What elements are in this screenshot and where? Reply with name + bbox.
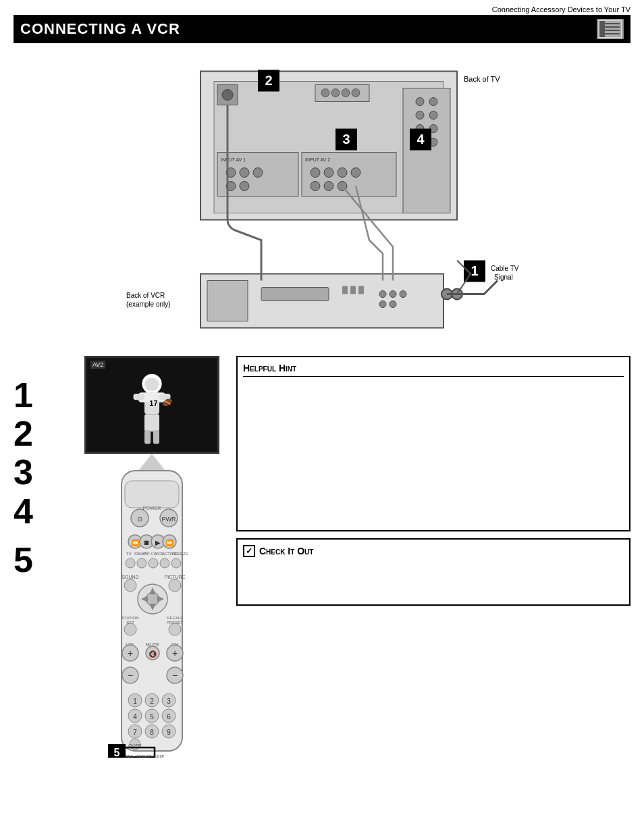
svg-rect-53 [358, 286, 364, 294]
svg-text:PWR: PWR [162, 516, 176, 523]
svg-text:6: 6 [167, 713, 171, 721]
svg-text:⏪: ⏪ [131, 538, 140, 547]
main-content: INPUT AV 1 INPUT AV 2 [0, 43, 644, 760]
right-column: Helpful Hint ✓ Check It Out [236, 356, 630, 760]
svg-text:SLEEP: SLEEP [153, 754, 165, 758]
svg-text:17: 17 [149, 399, 157, 407]
svg-text:4: 4 [417, 132, 425, 147]
svg-text:−: − [128, 670, 133, 681]
svg-text:3: 3 [167, 698, 171, 705]
svg-text:5: 5 [114, 747, 120, 758]
svg-point-102 [149, 558, 158, 568]
svg-point-32 [311, 168, 320, 178]
svg-text:RECALL: RECALL [167, 616, 183, 620]
player-silhouette: 17 [125, 371, 179, 446]
svg-rect-72 [134, 394, 145, 400]
svg-point-104 [171, 558, 181, 568]
title-icon [597, 19, 624, 39]
svg-point-29 [240, 182, 249, 191]
svg-text:INPUT AV 2: INPUT AV 2 [305, 157, 330, 162]
page-subtitle: Connecting Accessory Devices to Your TV [0, 0, 644, 15]
step-4: 4 [14, 492, 68, 531]
svg-rect-51 [342, 286, 348, 294]
svg-rect-52 [350, 286, 356, 294]
svg-text:Back of VCR: Back of VCR [126, 292, 165, 299]
svg-text:Back of TV: Back of TV [464, 75, 500, 83]
remote-control: ⊙ PWR POWER ⏪ ⏹ ▶ [105, 467, 199, 760]
svg-text:9: 9 [167, 729, 171, 736]
svg-point-15 [416, 98, 424, 106]
svg-point-35 [351, 168, 360, 178]
svg-text:⊙: ⊙ [137, 515, 142, 523]
svg-text:+: + [172, 648, 178, 658]
svg-text:FREEZE: FREEZE [172, 552, 188, 556]
svg-text:2: 2 [150, 698, 154, 705]
title-bar: Connecting a VCR [14, 15, 630, 43]
diagram-wrapper: INPUT AV 1 INPUT AV 2 [113, 50, 531, 349]
svg-point-119 [124, 623, 136, 635]
svg-text:+: + [128, 648, 133, 658]
svg-point-13 [352, 89, 360, 97]
svg-point-34 [338, 168, 347, 178]
svg-point-120 [169, 623, 181, 635]
svg-point-12 [342, 89, 350, 97]
av-label: AV2 [90, 361, 105, 369]
connection-diagram: INPUT AV 1 INPUT AV 2 [113, 50, 531, 349]
svg-text:TV: TV [126, 552, 132, 556]
svg-text:🔇: 🔇 [149, 650, 157, 658]
svg-point-16 [429, 98, 437, 106]
svg-text:INPUT AV 1: INPUT AV 1 [221, 157, 246, 162]
step-5: 5 [14, 541, 68, 579]
steps-column: 1 2 3 4 5 [14, 356, 68, 760]
tv-screen-display: AV2 17 [84, 356, 219, 454]
svg-point-103 [160, 558, 169, 568]
helpful-hint-box: Helpful Hint [236, 356, 630, 531]
svg-point-58 [390, 301, 396, 308]
svg-text:⏹: ⏹ [143, 539, 150, 546]
svg-point-26 [240, 168, 249, 178]
svg-text:−: − [172, 670, 178, 681]
svg-rect-74 [144, 414, 159, 432]
svg-text:(example only): (example only) [126, 301, 171, 308]
svg-text:1: 1 [133, 698, 137, 705]
svg-text:Signal: Signal [494, 273, 513, 281]
remote-svg: ⊙ PWR POWER ⏪ ⏹ ▶ [105, 467, 199, 758]
svg-point-56 [400, 291, 406, 298]
check-it-out-box: ✓ Check It Out [236, 538, 630, 606]
svg-text:POWER: POWER [143, 506, 161, 511]
svg-point-40 [222, 90, 233, 101]
svg-rect-5 [599, 21, 605, 37]
svg-text:FORMAT: FORMAT [137, 754, 151, 758]
svg-text:7: 7 [133, 729, 137, 736]
title-prefix: Connecting a [20, 20, 146, 37]
check-icon: ✓ [243, 545, 255, 557]
svg-text:▶: ▶ [155, 539, 161, 546]
svg-rect-76 [153, 430, 159, 444]
diagram-section: INPUT AV 1 INPUT AV 2 [14, 50, 630, 349]
svg-point-101 [137, 558, 146, 568]
svg-rect-80 [125, 481, 179, 508]
svg-text:4: 4 [133, 713, 137, 721]
svg-text:⏩: ⏩ [165, 538, 174, 547]
svg-text:PICTURE: PICTURE [165, 575, 186, 579]
svg-text:REC+: REC+ [126, 754, 135, 758]
svg-point-100 [126, 558, 135, 568]
svg-rect-14 [403, 88, 450, 213]
svg-point-33 [324, 168, 333, 178]
check-it-out-title: ✓ Check It Out [243, 545, 624, 557]
step-2: 2 [14, 415, 68, 453]
subtitle-text: Connecting Accessory Devices to Your TV [492, 5, 630, 14]
page-title: Connecting a VCR [20, 20, 180, 38]
svg-rect-75 [144, 430, 151, 444]
helpful-hint-title: Helpful Hint [243, 363, 624, 377]
center-column: AV2 17 [78, 356, 226, 760]
check-it-out-label: Check It Out [259, 546, 313, 556]
svg-point-36 [311, 182, 320, 191]
svg-point-11 [331, 89, 340, 97]
svg-text:5: 5 [150, 713, 154, 721]
step-3: 3 [14, 453, 68, 492]
svg-point-57 [379, 301, 386, 308]
svg-text:SOUND: SOUND [122, 575, 138, 579]
svg-rect-50 [261, 288, 329, 301]
svg-text:PIP CH: PIP CH [143, 552, 157, 556]
